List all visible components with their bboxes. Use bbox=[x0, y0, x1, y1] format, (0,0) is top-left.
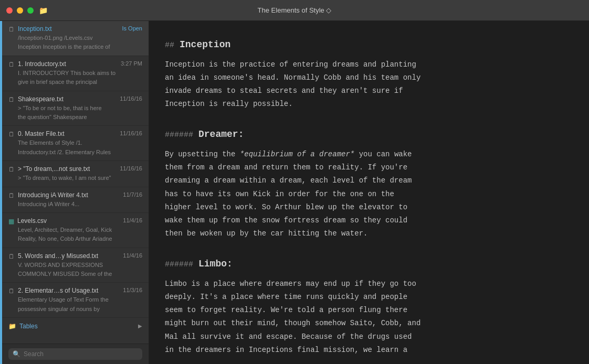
date-levels: 11/4/16 bbox=[123, 217, 142, 223]
date-elementary: 11/3/16 bbox=[123, 287, 142, 293]
sidebar-item-introductory[interactable]: 🗒 1. Introductory.txt 3:27 PM I. INTRODU… bbox=[2, 56, 149, 91]
folder-name-tables: Tables bbox=[19, 323, 135, 330]
window-title: The Elements of Style ◇ bbox=[258, 6, 332, 14]
editor-pane[interactable]: ## Inception Inception is the practice o… bbox=[149, 21, 589, 364]
preview-masterfile-1: The Elements of Style /1. bbox=[8, 139, 142, 147]
search-input-wrapper[interactable]: 🔍 bbox=[8, 348, 142, 360]
preview-words-1: V. WORDS AND EXPRESSIONS bbox=[8, 261, 142, 269]
heading-text-inception: Inception bbox=[180, 37, 230, 53]
heading-text-dreamer: Dreamer: bbox=[198, 126, 244, 143]
file-icon-words: 🗒 bbox=[8, 253, 15, 260]
folder-icon-tables: 📁 bbox=[8, 323, 16, 330]
preview-shakespeare-2: the question" Shakespeare bbox=[8, 113, 142, 121]
hash-inception: ## bbox=[165, 39, 174, 52]
filename-inception: Inception.txt bbox=[18, 25, 119, 33]
filename-iawriter: Introducing iA Writer 4.txt bbox=[18, 191, 120, 199]
chevron-right-icon: ▶ bbox=[138, 323, 142, 329]
sidebar-item-elementary[interactable]: 🗒 2. Elementar…s of Usage.txt 11/3/16 El… bbox=[2, 283, 149, 318]
section-inception: ## Inception Inception is the practice o… bbox=[165, 37, 532, 111]
file-icon-elementary: 🗒 bbox=[8, 287, 15, 295]
preview-elementary-1: Elementary Usage of Text Form the bbox=[8, 296, 142, 304]
minimize-button[interactable] bbox=[17, 7, 23, 14]
filename-masterfile: 0. Master File.txt bbox=[18, 130, 117, 137]
filename-introductory: 1. Introductory.txt bbox=[18, 60, 118, 68]
filename-todream: > "To dream,...not sure.txt bbox=[18, 165, 117, 173]
preview-masterfile-2: Introductory.txt /2. Elementary Rules bbox=[8, 148, 142, 156]
filename-words: 5. Words and…y Misused.txt bbox=[18, 252, 120, 260]
heading-text-limbo: Limbo: bbox=[198, 256, 233, 272]
file-icon-levels: ▦ bbox=[8, 218, 14, 225]
open-badge-inception: Is Open bbox=[122, 25, 142, 31]
preview-inception-2: Inception Inception is the practice of bbox=[8, 43, 142, 51]
body-limbo: Limbo is a place where dreamers may end … bbox=[165, 277, 532, 357]
sidebar-item-iawriter[interactable]: 🗒 Introducing iA Writer 4.txt 11/7/16 In… bbox=[2, 187, 149, 213]
date-todream: 11/16/16 bbox=[120, 165, 142, 172]
preview-words-2: COMMONLY MISUSED Some of the bbox=[8, 270, 142, 278]
sidebar-item-tables-folder[interactable]: 📁 Tables ▶ bbox=[2, 318, 149, 334]
file-icon-iawriter: 🗒 bbox=[8, 192, 15, 199]
preview-shakespeare-1: > "To be or not to be, that is here bbox=[8, 104, 142, 112]
heading-dreamer: ###### Dreamer: bbox=[165, 126, 532, 143]
filename-shakespeare: Shakespeare.txt bbox=[18, 95, 117, 103]
maximize-button[interactable] bbox=[27, 7, 34, 14]
body-inception: Inception is the practice of entering dr… bbox=[165, 58, 532, 111]
date-shakespeare: 11/16/16 bbox=[120, 95, 142, 102]
sidebar-item-masterfile[interactable]: 🗒 0. Master File.txt 11/16/16 The Elemen… bbox=[2, 126, 149, 161]
close-button[interactable] bbox=[6, 7, 13, 14]
date-masterfile: 11/16/16 bbox=[120, 130, 142, 136]
hash-limbo: ###### bbox=[165, 258, 193, 272]
editor-content: ## Inception Inception is the practice o… bbox=[165, 37, 532, 357]
section-dreamer: ###### Dreamer: By upsetting the *equili… bbox=[165, 126, 532, 240]
preview-levels-2: Reality, No one, Cobb Arthur Ariadne bbox=[8, 235, 142, 243]
filename-elementary: 2. Elementar…s of Usage.txt bbox=[18, 287, 120, 294]
traffic-lights bbox=[6, 7, 34, 14]
title-bar: 📁 The Elements of Style ◇ bbox=[0, 0, 589, 21]
file-icon-inception: 🗒 bbox=[8, 26, 15, 33]
sidebar-item-words[interactable]: 🗒 5. Words and…y Misused.txt 11/4/16 V. … bbox=[2, 248, 149, 283]
search-bar: 🔍 bbox=[2, 344, 149, 364]
hash-dreamer: ###### bbox=[165, 129, 193, 142]
preview-levels-1: Level, Architect, Dreamer, Goal, Kick bbox=[8, 226, 142, 234]
preview-elementary-2: possessive singular of nouns by bbox=[8, 305, 142, 313]
preview-iawriter-1: Introducing iA Writer 4... bbox=[8, 200, 142, 208]
file-icon-introductory: 🗒 bbox=[8, 61, 15, 68]
date-introductory: 3:27 PM bbox=[121, 60, 142, 67]
date-words: 11/4/16 bbox=[123, 252, 142, 259]
sidebar-item-shakespeare[interactable]: 🗒 Shakespeare.txt 11/16/16 > "To be or n… bbox=[2, 91, 149, 126]
preview-inception-1: /Inception-01.png /Levels.csv bbox=[8, 34, 142, 42]
sidebar-item-levels[interactable]: ▦ Levels.csv 11/4/16 Level, Architect, D… bbox=[2, 213, 149, 248]
sidebar: 🗒 Inception.txt Is Open /Inception-01.pn… bbox=[2, 21, 149, 364]
search-icon: 🔍 bbox=[13, 350, 20, 358]
search-input[interactable] bbox=[24, 350, 138, 358]
italic-equilibrium: *equilibrium of a dreamer* bbox=[240, 150, 354, 158]
filename-levels: Levels.csv bbox=[17, 217, 120, 224]
window-folder-icon: 📁 bbox=[39, 6, 48, 15]
heading-limbo: ###### Limbo: bbox=[165, 256, 532, 272]
file-icon-shakespeare: 🗒 bbox=[8, 96, 15, 103]
file-list: 🗒 Inception.txt Is Open /Inception-01.pn… bbox=[2, 21, 149, 344]
body-dreamer: By upsetting the *equilibrium of a dream… bbox=[165, 148, 532, 240]
preview-introductory-2: give in brief space the principal bbox=[8, 78, 142, 86]
preview-introductory-1: I. INTRODUCTORY This book aims to bbox=[8, 69, 142, 77]
main-container: 🗒 Inception.txt Is Open /Inception-01.pn… bbox=[0, 21, 589, 364]
date-iawriter: 11/7/16 bbox=[123, 191, 142, 198]
section-limbo: ###### Limbo: Limbo is a place where dre… bbox=[165, 256, 532, 357]
preview-todream-1: > "To dream, to wake, I am not sure" bbox=[8, 174, 142, 182]
heading-inception: ## Inception bbox=[165, 37, 532, 53]
sidebar-item-inception[interactable]: 🗒 Inception.txt Is Open /Inception-01.pn… bbox=[2, 21, 149, 56]
file-icon-todream: 🗒 bbox=[8, 166, 15, 173]
file-icon-masterfile: 🗒 bbox=[8, 131, 15, 138]
sidebar-item-todream[interactable]: 🗒 > "To dream,...not sure.txt 11/16/16 >… bbox=[2, 161, 149, 187]
